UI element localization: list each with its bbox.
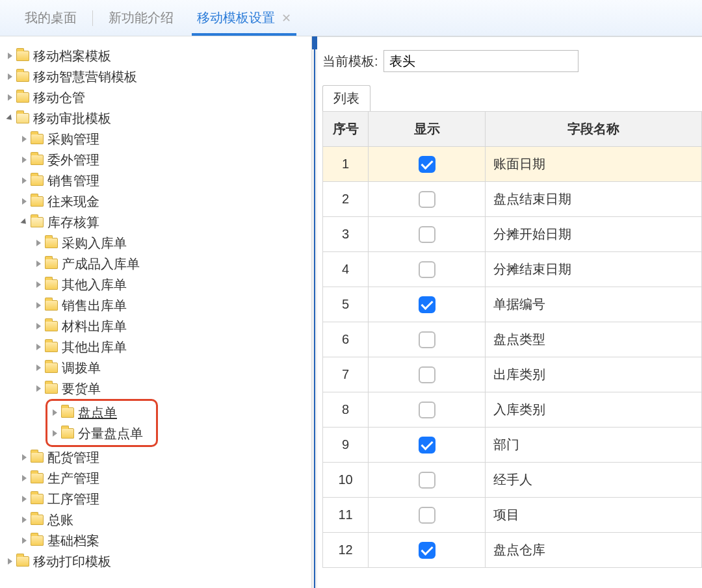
cell-show [369, 392, 486, 428]
cell-seq: 11 [323, 498, 369, 533]
expand-icon[interactable] [36, 323, 41, 329]
expand-icon[interactable] [8, 94, 12, 101]
tab-desktop[interactable]: 我的桌面 [13, 0, 88, 36]
table-row[interactable]: 9部门 [323, 428, 702, 463]
checkbox[interactable] [419, 331, 436, 348]
expand-icon[interactable] [36, 281, 41, 288]
tree-node[interactable]: 基础档案 [6, 530, 305, 551]
tree-node[interactable]: 工序管理 [6, 489, 305, 509]
tree-node[interactable]: 移动打印模板 [6, 551, 305, 572]
tree-node[interactable]: 分量盘点单 [51, 423, 143, 444]
expand-icon[interactable] [22, 537, 27, 544]
table-row[interactable]: 4分摊结束日期 [323, 252, 702, 287]
tree-node[interactable]: 移动智慧营销模板 [6, 66, 305, 87]
folder-icon [31, 515, 44, 525]
table-row[interactable]: 10经手人 [323, 463, 702, 498]
checkbox[interactable] [419, 472, 436, 489]
tree-node[interactable]: 调拨单 [6, 357, 305, 378]
tree-node[interactable]: 往来现金 [6, 191, 305, 212]
expand-icon[interactable] [36, 261, 41, 267]
current-template-input[interactable] [384, 50, 578, 72]
expand-icon[interactable] [36, 364, 41, 371]
checkbox[interactable] [419, 437, 436, 454]
cell-field-name: 分摊开始日期 [486, 217, 702, 252]
table-row[interactable]: 8入库类别 [323, 392, 702, 428]
close-icon[interactable]: ✕ [281, 11, 291, 25]
table-row[interactable]: 12盘点仓库 [323, 533, 702, 568]
tree-node[interactable]: 移动仓管 [6, 87, 305, 108]
checkbox[interactable] [419, 542, 436, 559]
expand-icon[interactable] [22, 198, 27, 205]
expand-icon[interactable] [8, 53, 12, 59]
cell-show [369, 217, 486, 252]
table-row[interactable]: 11项目 [323, 498, 702, 533]
expand-icon[interactable] [36, 302, 41, 309]
expand-icon[interactable] [22, 454, 27, 461]
subtab-list[interactable]: 列表 [322, 85, 370, 111]
tree-node[interactable]: 总账 [6, 509, 305, 530]
tree-node[interactable]: 采购入库单 [6, 233, 305, 253]
tree-node[interactable]: 盘点单 [51, 402, 143, 423]
checkbox[interactable] [419, 191, 436, 208]
checkbox[interactable] [419, 261, 436, 278]
expand-icon[interactable] [22, 157, 27, 163]
expand-icon[interactable] [22, 475, 27, 481]
tree-node[interactable]: 产成品入库单 [6, 253, 305, 274]
folder-icon [31, 494, 44, 504]
collapse-icon[interactable] [20, 218, 28, 226]
detail-panel: 当前模板: 列表 序号 显示 字段名称 1账面日期2盘点结束日期3分摊开始日期4… [317, 36, 702, 588]
checkbox[interactable] [419, 507, 436, 524]
folder-icon [61, 428, 74, 439]
tree-node[interactable]: 采购管理 [6, 129, 305, 149]
tree-node[interactable]: 其他出库单 [6, 337, 305, 357]
expand-icon[interactable] [36, 240, 41, 246]
tree-node[interactable]: 配货管理 [6, 447, 305, 468]
expand-icon[interactable] [36, 385, 41, 392]
col-header-seq[interactable]: 序号 [323, 112, 369, 147]
expand-icon[interactable] [22, 517, 27, 523]
tree-node[interactable]: 移动档案模板 [6, 45, 305, 66]
tree-node[interactable]: 移动审批模板 [6, 108, 305, 129]
expand-icon[interactable] [8, 73, 12, 80]
tree-node[interactable]: 库存核算 [6, 212, 305, 233]
cell-field-name: 分摊结束日期 [486, 252, 702, 287]
tree-node[interactable]: 委外管理 [6, 149, 305, 170]
checkbox[interactable] [419, 296, 436, 313]
checkbox[interactable] [419, 402, 436, 418]
tree-node[interactable]: 销售管理 [6, 170, 305, 191]
tree-node[interactable]: 材料出库单 [6, 316, 305, 337]
table-row[interactable]: 2盘点结束日期 [323, 182, 702, 217]
col-header-show[interactable]: 显示 [369, 112, 486, 147]
expand-icon[interactable] [53, 409, 57, 416]
tree-node[interactable]: 要货单 [6, 378, 305, 399]
table-row[interactable]: 7出库类别 [323, 357, 702, 392]
tree-node[interactable]: 其他入库单 [6, 274, 305, 295]
folder-icon [16, 556, 29, 567]
col-header-field[interactable]: 字段名称 [486, 112, 702, 147]
cell-field-name: 单据编号 [486, 287, 702, 322]
collapse-icon[interactable] [6, 114, 14, 122]
folder-icon [45, 259, 58, 269]
tab-new-features[interactable]: 新功能介绍 [97, 0, 185, 36]
checkbox[interactable] [419, 366, 436, 383]
expand-icon[interactable] [22, 136, 27, 142]
expand-icon[interactable] [53, 430, 57, 437]
expand-icon[interactable] [8, 558, 12, 565]
cell-field-name: 账面日期 [486, 147, 702, 182]
table-row[interactable]: 6盘点类型 [323, 322, 702, 357]
tab-mobile-template[interactable]: 移动模板设置 ✕ [185, 0, 303, 36]
folder-icon [31, 175, 44, 186]
expand-icon[interactable] [22, 496, 27, 502]
tree-node[interactable]: 销售出库单 [6, 295, 305, 316]
checkbox[interactable] [419, 156, 436, 173]
vertical-divider[interactable] [312, 36, 317, 588]
expand-icon[interactable] [36, 344, 41, 350]
table-row[interactable]: 3分摊开始日期 [323, 217, 702, 252]
cell-field-name: 项目 [486, 498, 702, 533]
tree-node[interactable]: 生产管理 [6, 468, 305, 489]
table-row[interactable]: 1账面日期 [323, 147, 702, 182]
checkbox[interactable] [419, 226, 436, 243]
cell-field-name: 盘点结束日期 [486, 182, 702, 217]
table-row[interactable]: 5单据编号 [323, 287, 702, 322]
expand-icon[interactable] [22, 177, 27, 184]
